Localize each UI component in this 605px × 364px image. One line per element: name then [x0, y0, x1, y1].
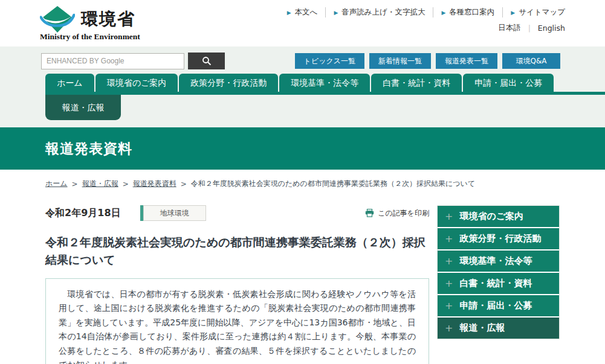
top-header: 環境省 Ministry of the Environment ▶本文へ ▶音声… — [0, 0, 605, 46]
quick-link-buttons: トピックス一覧 新着情報一覧 報道発表一覧 環境Q&A — [295, 53, 560, 69]
category-label: 地球環境 — [143, 205, 206, 221]
press-release-list-button[interactable]: 報道発表一覧 — [436, 53, 497, 69]
triangle-icon: ▶ — [511, 10, 515, 16]
ministry-name-en: Ministry of the Environment — [40, 32, 140, 42]
nav-underline-bar — [45, 92, 605, 95]
triangle-icon: ▶ — [441, 10, 445, 16]
search-nav-band: トピックス一覧 新着情報一覧 報道発表一覧 環境Q&A ホーム 環境省のご案内 … — [0, 46, 605, 127]
lang-japanese[interactable]: 日本語 — [491, 23, 528, 33]
breadcrumb-current-page: 令和２年度脱炭素社会実現のための都市間連携事業委託業務（２次）採択結果について — [191, 179, 475, 189]
utility-link-label: サイトマップ — [519, 7, 565, 18]
sidebar-item-label: 政策分野・行政活動 — [459, 233, 541, 244]
search-row: トピックス一覧 新着情報一覧 報道発表一覧 環境Q&A — [0, 46, 605, 69]
nav-item-standards[interactable]: 環境基準・法令等 — [279, 74, 370, 92]
article-title: 令和２年度脱炭素社会実現のための都市間連携事業委託業務（２次）採択結果について — [45, 234, 429, 269]
plus-icon: + — [445, 255, 453, 267]
page-banner: 報道発表資料 — [0, 127, 605, 170]
breadcrumb-press[interactable]: 報道・広報 — [82, 179, 118, 189]
sidebar-item-policy[interactable]: + 政策分野・行政活動 — [438, 228, 559, 249]
lang-english[interactable]: English — [531, 24, 565, 33]
utility-link-label: 各種窓口案内 — [449, 7, 494, 18]
plus-icon: + — [445, 278, 453, 289]
sidebar-item-whitepapers[interactable]: + 白書・統計・資料 — [438, 273, 559, 294]
triangle-icon: ▶ — [334, 10, 338, 16]
global-nav: ホーム 環境省のご案内 政策分野・行政活動 環境基準・法令等 白書・統計・資料 … — [45, 74, 605, 120]
article-body-text: 環境省では、日本の都市が有する脱炭素・低炭素社会形成に関わる経験やノウハウ等を活… — [59, 287, 416, 364]
page-banner-title: 報道発表資料 — [45, 139, 132, 158]
nav-item-about[interactable]: 環境省のご案内 — [95, 74, 178, 92]
sidebar: + 環境省のご案内 + 政策分野・行政活動 + 環境基準・法令等 + 白書・統計… — [437, 205, 560, 364]
search-button[interactable] — [188, 53, 225, 69]
utility-link-label: 音声読み上げ・文字拡大 — [341, 7, 425, 18]
triangle-icon: ▶ — [287, 10, 291, 16]
printer-icon — [365, 209, 374, 217]
sidebar-item-label: 環境基準・法令等 — [459, 255, 532, 267]
breadcrumb-home[interactable]: ホーム — [45, 179, 68, 189]
sidebar-item-label: 申請・届出・公募 — [459, 300, 532, 311]
sidebar-item-standards[interactable]: + 環境基準・法令等 — [438, 251, 559, 272]
content-area: ホーム > 報道・広報 > 報道発表資料 > 令和２年度脱炭素社会実現のための都… — [0, 179, 605, 364]
article-meta-row: 令和2年9月18日 地球環境 この記事を印刷 — [45, 205, 429, 221]
print-label: この記事を印刷 — [378, 208, 429, 219]
sidebar-item-label: 報道・広報 — [459, 322, 505, 334]
ministry-logo-icon — [40, 5, 75, 33]
breadcrumb: ホーム > 報道・広報 > 報道発表資料 > 令和２年度脱炭素社会実現のための都… — [45, 179, 560, 189]
sidebar-item-label: 環境省のご案内 — [459, 211, 523, 222]
breadcrumb-separator: > — [181, 180, 187, 188]
utility-link-label: 本文へ — [295, 7, 318, 18]
nav-item-policy[interactable]: 政策分野・行政活動 — [179, 74, 278, 92]
utility-link-main-content[interactable]: ▶本文へ — [279, 7, 326, 18]
ministry-logo[interactable]: 環境省 Ministry of the Environment — [40, 0, 140, 46]
breadcrumb-separator: > — [123, 180, 129, 188]
utility-links: ▶本文へ ▶音声読み上げ・文字拡大 ▶各種窓口案内 ▶サイトマップ — [279, 7, 565, 18]
plus-icon: + — [445, 300, 453, 311]
plus-icon: + — [445, 233, 453, 244]
sidebar-item-label: 白書・統計・資料 — [459, 278, 532, 289]
nav-item-home[interactable]: ホーム — [45, 74, 94, 92]
header-utility-area: ▶本文へ ▶音声読み上げ・文字拡大 ▶各種窓口案内 ▶サイトマップ 日本語 | … — [279, 0, 565, 46]
topics-list-button[interactable]: トピックス一覧 — [295, 53, 364, 69]
utility-link-sitemap[interactable]: ▶サイトマップ — [502, 7, 565, 18]
ministry-name-ja: 環境省 — [81, 8, 135, 31]
env-qa-button[interactable]: 環境Q&A — [502, 53, 560, 69]
sidebar-item-about[interactable]: + 環境省のご案内 — [438, 206, 559, 227]
nav-item-applications[interactable]: 申請・届出・公募 — [463, 74, 554, 92]
article-column: 令和2年9月18日 地球環境 この記事を印刷 令和２年度脱炭素社会実現のための都… — [45, 205, 429, 364]
nav-item-press-active[interactable]: 報道・広報 — [45, 95, 121, 120]
utility-link-contact-windows[interactable]: ▶各種窓口案内 — [433, 7, 502, 18]
sidebar-item-press[interactable]: + 報道・広報 — [438, 318, 559, 339]
plus-icon: + — [445, 322, 453, 334]
article-date: 令和2年9月18日 — [45, 207, 121, 220]
category-tag[interactable]: 地球環境 — [140, 205, 206, 221]
nav-tabs: ホーム 環境省のご案内 政策分野・行政活動 環境基準・法令等 白書・統計・資料 … — [45, 74, 605, 92]
plus-icon: + — [445, 211, 453, 222]
article-body-box: 環境省では、日本の都市が有する脱炭素・低炭素社会形成に関わる経験やノウハウ等を活… — [45, 278, 429, 364]
nav-item-whitepapers[interactable]: 白書・統計・資料 — [371, 74, 462, 92]
new-info-list-button[interactable]: 新着情報一覧 — [369, 53, 431, 69]
sidebar-item-applications[interactable]: + 申請・届出・公募 — [438, 295, 559, 316]
site-search-input[interactable] — [41, 53, 184, 69]
utility-link-audio-textsize[interactable]: ▶音声読み上げ・文字拡大 — [325, 7, 433, 18]
print-article-link[interactable]: この記事を印刷 — [365, 208, 429, 219]
breadcrumb-press-release[interactable]: 報道発表資料 — [133, 179, 176, 189]
language-switcher: 日本語 | English — [491, 23, 565, 33]
search-icon — [202, 56, 212, 66]
breadcrumb-separator: > — [72, 180, 78, 188]
sidebar-menu: + 環境省のご案内 + 政策分野・行政活動 + 環境基準・法令等 + 白書・統計… — [437, 205, 560, 339]
